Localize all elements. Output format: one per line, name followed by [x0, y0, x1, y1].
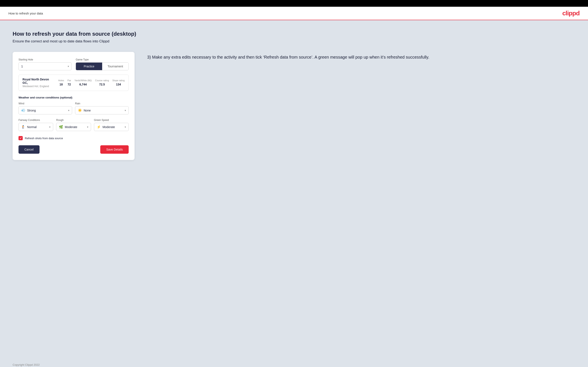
wind-label: Wind	[18, 102, 72, 105]
slope-rating-label: Slope rating	[112, 79, 125, 82]
fairway-icon: 🏌	[21, 125, 26, 129]
green-speed-dropdown[interactable]: ⚡ Moderate ▾	[94, 123, 129, 131]
slope-rating-value: 134	[116, 83, 121, 86]
rough-group: Rough 🌿 Moderate ▾	[56, 119, 91, 131]
game-type-toggle: Practice Tournament	[76, 62, 129, 70]
slope-rating-stat: Slope rating 134	[112, 79, 125, 86]
conditions-title: Weather and course conditions (optional)	[18, 96, 129, 99]
button-row: Cancel Save Details	[18, 145, 129, 154]
rough-value: Moderate	[65, 125, 85, 129]
course-location: Westward Ho!, England	[23, 85, 55, 88]
page-subtitle: Ensure the correct and most up to date d…	[13, 39, 575, 43]
form-card: Starting Hole 1 ▾ Game Type Practice Tou…	[13, 52, 135, 160]
top-form-row: Starting Hole 1 ▾ Game Type Practice Tou…	[18, 58, 129, 70]
footer-text: Copyright Clippd 2022	[13, 363, 40, 366]
conditions-section: Weather and course conditions (optional)…	[18, 96, 129, 131]
rain-icon: ☀️	[78, 108, 82, 112]
course-title: Royal North Devon GC,	[23, 78, 55, 84]
rain-label: Rain	[75, 102, 129, 105]
breadcrumb: How to refresh your data	[9, 12, 43, 15]
instruction-panel: 3) Make any extra edits necessary to the…	[147, 52, 575, 60]
tournament-button[interactable]: Tournament	[102, 63, 129, 70]
starting-hole-wrapper: 1 ▾	[18, 62, 71, 70]
game-type-label: Game Type	[76, 58, 129, 61]
green-speed-value: Moderate	[103, 125, 123, 129]
holes-stat: Holes 18	[58, 79, 64, 86]
fairway-chevron-icon: ▾	[49, 125, 51, 128]
yards-value: 6,744	[79, 83, 87, 86]
wind-value: Strong	[27, 109, 66, 112]
top-bar	[0, 0, 588, 7]
wind-group: Wind 💨 Strong ▾	[18, 102, 72, 114]
starting-hole-label: Starting Hole	[18, 58, 71, 61]
course-name-block: Royal North Devon GC, Westward Ho!, Engl…	[23, 78, 55, 88]
game-type-group: Game Type Practice Tournament	[76, 58, 129, 70]
checkmark-icon: ✓	[19, 137, 22, 140]
wind-dropdown[interactable]: 💨 Strong ▾	[18, 106, 72, 114]
content-area: Starting Hole 1 ▾ Game Type Practice Tou…	[13, 52, 575, 160]
green-speed-icon: ⚡	[97, 125, 101, 129]
starting-hole-group: Starting Hole 1 ▾	[18, 58, 71, 70]
course-rating-value: 72.5	[99, 83, 105, 86]
course-row: Royal North Devon GC, Westward Ho!, Engl…	[18, 75, 129, 91]
par-stat: Par 72	[68, 79, 71, 86]
refresh-checkbox[interactable]: ✓	[18, 136, 23, 140]
par-value: 72	[68, 83, 71, 86]
main-content: How to refresh your data from source (de…	[0, 20, 588, 360]
fairway-value: Normal	[27, 125, 48, 129]
green-speed-chevron-icon: ▾	[125, 125, 126, 128]
green-speed-label: Green Speed	[94, 119, 129, 122]
rough-chevron-icon: ▾	[87, 125, 88, 128]
rain-value: None	[84, 109, 123, 112]
fairway-label: Fairway Conditions	[18, 119, 53, 122]
footer: Copyright Clippd 2022	[0, 360, 588, 367]
fairway-dropdown[interactable]: 🏌 Normal ▾	[18, 123, 53, 131]
par-label: Par	[68, 79, 71, 82]
holes-value: 18	[60, 83, 63, 86]
yards-stat: Yards/White (M)) 6,744	[74, 79, 92, 86]
rough-label: Rough	[56, 119, 91, 122]
course-rating-stat: Course rating 72.5	[95, 79, 109, 86]
yards-label: Yards/White (M))	[74, 79, 92, 82]
save-button[interactable]: Save Details	[100, 145, 129, 154]
wind-rain-row: Wind 💨 Strong ▾ Rain ☀️ None ▾	[18, 102, 129, 114]
refresh-checkbox-row: ✓ Refresh shots from data source	[18, 135, 129, 140]
page-title: How to refresh your data from source (de…	[13, 31, 575, 37]
rough-icon: 🌿	[59, 125, 63, 129]
refresh-checkbox-label: Refresh shots from data source	[25, 137, 63, 140]
fairway-rough-green-row: Fairway Conditions 🏌 Normal ▾ Rough 🌿 Mo…	[18, 119, 129, 131]
header: How to refresh your data clippd	[0, 7, 588, 20]
fairway-group: Fairway Conditions 🏌 Normal ▾	[18, 119, 53, 131]
holes-label: Holes	[58, 79, 64, 82]
wind-icon: 💨	[21, 108, 26, 112]
rain-dropdown[interactable]: ☀️ None ▾	[75, 106, 129, 114]
practice-button[interactable]: Practice	[76, 63, 102, 70]
instruction-text: 3) Make any extra edits necessary to the…	[147, 54, 575, 60]
cancel-button[interactable]: Cancel	[18, 145, 40, 154]
logo: clippd	[562, 10, 579, 17]
course-rating-label: Course rating	[95, 79, 109, 82]
wind-chevron-icon: ▾	[68, 109, 69, 112]
rain-group: Rain ☀️ None ▾	[75, 102, 129, 114]
green-speed-group: Green Speed ⚡ Moderate ▾	[94, 119, 129, 131]
starting-hole-select[interactable]: 1	[18, 62, 71, 70]
rain-chevron-icon: ▾	[125, 109, 126, 112]
rough-dropdown[interactable]: 🌿 Moderate ▾	[56, 123, 91, 131]
